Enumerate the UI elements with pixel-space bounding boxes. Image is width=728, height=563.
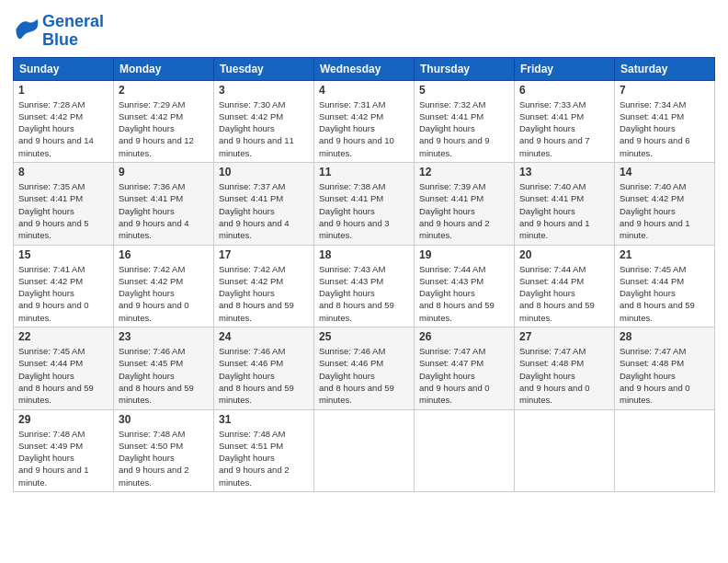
weekday-header-monday: Monday xyxy=(114,57,214,80)
calendar-cell: 8Sunrise: 7:35 AMSunset: 4:41 PMDaylight… xyxy=(14,163,114,245)
day-number: 26 xyxy=(419,330,509,343)
calendar-cell: 1Sunrise: 7:28 AMSunset: 4:42 PMDaylight… xyxy=(14,80,114,162)
day-number: 2 xyxy=(119,84,209,97)
day-number: 1 xyxy=(18,84,108,97)
day-number: 17 xyxy=(219,248,309,261)
calendar-cell: 12Sunrise: 7:39 AMSunset: 4:41 PMDayligh… xyxy=(415,163,515,245)
calendar-cell: 10Sunrise: 7:37 AMSunset: 4:41 PMDayligh… xyxy=(214,163,314,245)
day-number: 29 xyxy=(18,413,108,426)
day-number: 30 xyxy=(119,413,209,426)
day-info: Sunrise: 7:45 AMSunset: 4:44 PMDaylight … xyxy=(620,263,710,324)
calendar-cell: 7Sunrise: 7:34 AMSunset: 4:41 PMDaylight… xyxy=(615,80,715,162)
day-number: 22 xyxy=(18,330,108,343)
calendar: SundayMondayTuesdayWednesdayThursdayFrid… xyxy=(13,57,715,492)
day-number: 16 xyxy=(119,248,209,261)
day-number: 7 xyxy=(620,84,710,97)
calendar-cell: 4Sunrise: 7:31 AMSunset: 4:42 PMDaylight… xyxy=(314,80,415,162)
day-info: Sunrise: 7:40 AMSunset: 4:41 PMDaylight … xyxy=(519,180,609,241)
calendar-cell: 21Sunrise: 7:45 AMSunset: 4:44 PMDayligh… xyxy=(615,245,715,327)
day-number: 3 xyxy=(219,84,309,97)
day-number: 5 xyxy=(419,84,509,97)
calendar-cell: 27Sunrise: 7:47 AMSunset: 4:48 PMDayligh… xyxy=(515,327,615,409)
day-info: Sunrise: 7:31 AMSunset: 4:42 PMDaylight … xyxy=(319,98,409,159)
calendar-cell: 15Sunrise: 7:41 AMSunset: 4:42 PMDayligh… xyxy=(14,245,114,327)
day-info: Sunrise: 7:36 AMSunset: 4:41 PMDaylight … xyxy=(119,180,209,241)
week-row-3: 15Sunrise: 7:41 AMSunset: 4:42 PMDayligh… xyxy=(14,245,715,327)
day-info: Sunrise: 7:48 AMSunset: 4:50 PMDaylight … xyxy=(119,428,209,488)
day-info: Sunrise: 7:28 AMSunset: 4:42 PMDaylight … xyxy=(18,98,108,159)
day-number: 12 xyxy=(419,166,509,178)
day-number: 21 xyxy=(620,248,710,261)
calendar-cell: 28Sunrise: 7:47 AMSunset: 4:48 PMDayligh… xyxy=(615,327,715,409)
calendar-cell: 9Sunrise: 7:36 AMSunset: 4:41 PMDaylight… xyxy=(114,163,214,245)
day-info: Sunrise: 7:33 AMSunset: 4:41 PMDaylight … xyxy=(519,98,609,159)
calendar-cell: 29Sunrise: 7:48 AMSunset: 4:49 PMDayligh… xyxy=(14,409,114,491)
day-number: 23 xyxy=(119,330,209,343)
calendar-cell xyxy=(515,409,615,491)
day-info: Sunrise: 7:43 AMSunset: 4:43 PMDaylight … xyxy=(319,263,409,324)
day-info: Sunrise: 7:34 AMSunset: 4:41 PMDaylight … xyxy=(620,98,710,159)
day-number: 10 xyxy=(219,166,309,178)
day-number: 6 xyxy=(519,84,609,97)
day-info: Sunrise: 7:48 AMSunset: 4:49 PMDaylight … xyxy=(18,428,108,488)
calendar-cell xyxy=(615,409,715,491)
calendar-cell xyxy=(415,409,515,491)
day-info: Sunrise: 7:46 AMSunset: 4:46 PMDaylight … xyxy=(319,345,409,406)
calendar-cell: 11Sunrise: 7:38 AMSunset: 4:41 PMDayligh… xyxy=(314,163,415,245)
calendar-cell: 31Sunrise: 7:48 AMSunset: 4:51 PMDayligh… xyxy=(214,409,314,491)
day-info: Sunrise: 7:46 AMSunset: 4:46 PMDaylight … xyxy=(219,345,309,406)
calendar-cell: 17Sunrise: 7:42 AMSunset: 4:42 PMDayligh… xyxy=(214,245,314,327)
calendar-cell: 3Sunrise: 7:30 AMSunset: 4:42 PMDaylight… xyxy=(214,80,314,162)
day-number: 31 xyxy=(219,413,309,426)
day-number: 25 xyxy=(319,330,409,343)
weekday-header-wednesday: Wednesday xyxy=(314,57,415,80)
week-row-5: 29Sunrise: 7:48 AMSunset: 4:49 PMDayligh… xyxy=(14,409,715,491)
logo-line1: General xyxy=(42,13,104,31)
weekday-header-saturday: Saturday xyxy=(615,57,715,80)
weekday-header-tuesday: Tuesday xyxy=(214,57,314,80)
day-number: 14 xyxy=(620,166,710,178)
calendar-cell: 5Sunrise: 7:32 AMSunset: 4:41 PMDaylight… xyxy=(415,80,515,162)
page: General Blue SundayMondayTuesdayWednesda… xyxy=(0,0,728,563)
day-info: Sunrise: 7:44 AMSunset: 4:44 PMDaylight … xyxy=(519,263,609,324)
weekday-header-thursday: Thursday xyxy=(415,57,515,80)
day-info: Sunrise: 7:40 AMSunset: 4:42 PMDaylight … xyxy=(620,180,710,241)
day-number: 24 xyxy=(219,330,309,343)
calendar-cell: 13Sunrise: 7:40 AMSunset: 4:41 PMDayligh… xyxy=(515,163,615,245)
day-info: Sunrise: 7:42 AMSunset: 4:42 PMDaylight … xyxy=(119,263,209,324)
day-info: Sunrise: 7:47 AMSunset: 4:47 PMDaylight … xyxy=(419,345,509,406)
day-info: Sunrise: 7:30 AMSunset: 4:42 PMDaylight … xyxy=(219,98,309,159)
day-number: 28 xyxy=(620,330,710,343)
day-info: Sunrise: 7:35 AMSunset: 4:41 PMDaylight … xyxy=(18,180,108,241)
day-number: 9 xyxy=(119,166,209,178)
day-number: 27 xyxy=(519,330,609,343)
day-number: 13 xyxy=(519,166,609,178)
weekday-header-friday: Friday xyxy=(515,57,615,80)
day-number: 11 xyxy=(319,166,409,178)
calendar-cell: 26Sunrise: 7:47 AMSunset: 4:47 PMDayligh… xyxy=(415,327,515,409)
day-info: Sunrise: 7:42 AMSunset: 4:42 PMDaylight … xyxy=(219,263,309,324)
day-info: Sunrise: 7:48 AMSunset: 4:51 PMDaylight … xyxy=(219,428,309,488)
calendar-cell: 14Sunrise: 7:40 AMSunset: 4:42 PMDayligh… xyxy=(615,163,715,245)
day-info: Sunrise: 7:38 AMSunset: 4:41 PMDaylight … xyxy=(319,180,409,241)
calendar-cell: 22Sunrise: 7:45 AMSunset: 4:44 PMDayligh… xyxy=(14,327,114,409)
day-number: 20 xyxy=(519,248,609,261)
week-row-2: 8Sunrise: 7:35 AMSunset: 4:41 PMDaylight… xyxy=(14,163,715,245)
logo: General Blue xyxy=(13,13,104,50)
day-info: Sunrise: 7:47 AMSunset: 4:48 PMDaylight … xyxy=(620,345,710,406)
week-row-1: 1Sunrise: 7:28 AMSunset: 4:42 PMDaylight… xyxy=(14,80,715,162)
day-info: Sunrise: 7:45 AMSunset: 4:44 PMDaylight … xyxy=(18,345,108,406)
day-number: 19 xyxy=(419,248,509,261)
day-number: 4 xyxy=(319,84,409,97)
day-info: Sunrise: 7:41 AMSunset: 4:42 PMDaylight … xyxy=(18,263,108,324)
calendar-cell: 19Sunrise: 7:44 AMSunset: 4:43 PMDayligh… xyxy=(415,245,515,327)
day-number: 15 xyxy=(18,248,108,261)
logo-line2: Blue xyxy=(42,31,104,50)
calendar-cell: 25Sunrise: 7:46 AMSunset: 4:46 PMDayligh… xyxy=(314,327,415,409)
day-number: 8 xyxy=(18,166,108,178)
calendar-cell: 20Sunrise: 7:44 AMSunset: 4:44 PMDayligh… xyxy=(515,245,615,327)
calendar-cell: 2Sunrise: 7:29 AMSunset: 4:42 PMDaylight… xyxy=(114,80,214,162)
calendar-cell: 23Sunrise: 7:46 AMSunset: 4:45 PMDayligh… xyxy=(114,327,214,409)
weekday-header-row: SundayMondayTuesdayWednesdayThursdayFrid… xyxy=(14,57,715,80)
calendar-cell: 30Sunrise: 7:48 AMSunset: 4:50 PMDayligh… xyxy=(114,409,214,491)
